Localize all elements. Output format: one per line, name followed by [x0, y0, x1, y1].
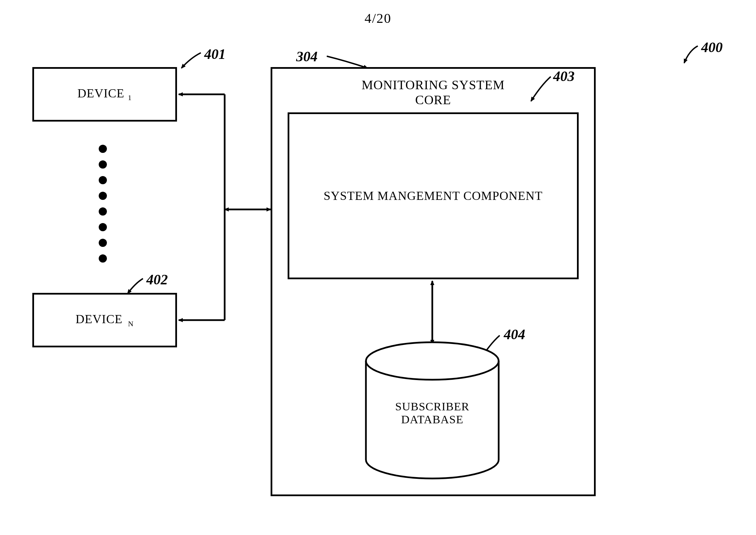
svg-point-7 [366, 342, 499, 380]
subscriber-database-label: SUBSCRIBER DATABASE [366, 400, 499, 426]
diagram-canvas: 4/20 400 401 304 403 402 404 DEVICE 1 DE… [0, 0, 756, 535]
db-label-line1: SUBSCRIBER [395, 400, 469, 413]
db-label-line2: DATABASE [401, 413, 464, 426]
diagram-svg [0, 0, 756, 535]
